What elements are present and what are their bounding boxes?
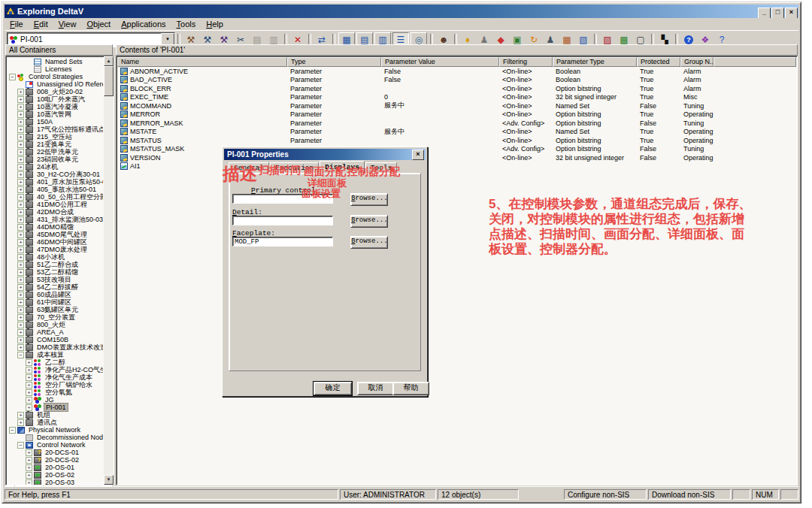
expand-icon[interactable]: + <box>17 149 24 156</box>
expand-icon[interactable]: + <box>17 164 24 171</box>
table-row[interactable]: MSTATUSParameter<On-line>Option bitstrin… <box>117 136 796 145</box>
expand-icon[interactable]: + <box>17 314 24 321</box>
expand-icon[interactable]: + <box>26 367 32 373</box>
expand-icon[interactable]: + <box>17 299 24 306</box>
expand-icon[interactable]: + <box>17 89 24 95</box>
close-button[interactable]: × <box>785 8 798 19</box>
table-row[interactable]: MERRORParameter<On-line>Option bitstring… <box>117 110 796 119</box>
expand-icon[interactable]: + <box>26 449 32 456</box>
expand-icon[interactable]: + <box>17 231 24 238</box>
minimize-button[interactable]: _ <box>758 8 771 19</box>
expand-icon[interactable]: + <box>26 382 32 389</box>
tree-item[interactable]: Decommissioned Nodes <box>8 434 103 441</box>
expand-icon[interactable]: + <box>17 156 24 163</box>
expand-icon[interactable]: + <box>26 464 32 471</box>
tree-vertical-scrollbar[interactable]: ▲ ▼ <box>104 56 114 485</box>
tree-item[interactable]: +20-DCS-01 <box>8 449 103 456</box>
expand-icon[interactable]: + <box>17 277 24 283</box>
expand-icon[interactable]: + <box>26 359 32 366</box>
column-header-name[interactable]: Name <box>117 57 287 67</box>
column-header-protected[interactable]: Protected <box>637 57 680 67</box>
expand-icon[interactable]: + <box>17 224 24 231</box>
cancel-button[interactable]: 取消 <box>357 382 394 395</box>
expand-icon[interactable]: + <box>26 472 32 479</box>
tree-item[interactable]: +20-OS-03 <box>8 479 103 485</box>
expand-icon[interactable]: + <box>17 111 24 118</box>
tree-item[interactable]: Named Sets <box>8 58 103 65</box>
expand-icon[interactable]: + <box>17 126 24 133</box>
menu-edit[interactable]: Edit <box>29 19 53 29</box>
expand-icon[interactable]: + <box>17 201 24 208</box>
collapse-icon[interactable]: − <box>17 352 24 358</box>
detail-browse-button[interactable]: Browse... <box>350 215 388 228</box>
expand-icon[interactable]: + <box>26 374 32 381</box>
tree-item[interactable]: −Physical Network <box>8 426 103 434</box>
menu-applications[interactable]: Applications <box>116 19 171 29</box>
expand-icon[interactable]: + <box>26 389 32 396</box>
column-header-parameter-value[interactable]: Parameter Value <box>381 57 499 67</box>
collapse-icon[interactable]: − <box>9 74 16 80</box>
table-row[interactable]: VERSIONParameter1<On-line>32 bit unsigne… <box>117 153 796 162</box>
primary-browse-button[interactable]: Browse... <box>350 193 388 206</box>
expand-icon[interactable]: + <box>26 479 32 485</box>
expand-icon[interactable]: + <box>17 419 24 426</box>
expand-icon[interactable]: + <box>17 284 24 291</box>
detail-input[interactable] <box>232 216 333 225</box>
menu-help[interactable]: Help <box>201 19 229 29</box>
tree-item[interactable]: +空分氧氮 <box>8 389 103 396</box>
table-row[interactable]: MSTATUS_MASKParameter<Adv. Config>Option… <box>117 145 796 154</box>
expand-icon[interactable]: + <box>17 104 24 110</box>
expand-icon[interactable]: + <box>17 194 24 201</box>
expand-icon[interactable]: + <box>17 239 24 246</box>
expand-icon[interactable]: + <box>17 307 24 313</box>
tree-item[interactable]: +AREA_A <box>8 328 103 336</box>
menu-object[interactable]: Object <box>81 19 116 29</box>
expand-icon[interactable]: + <box>26 404 32 411</box>
menu-file[interactable]: File <box>5 19 29 29</box>
expand-icon[interactable]: + <box>17 322 24 328</box>
tree-item[interactable]: Licenses <box>8 65 103 73</box>
faceplate-browse-button[interactable]: Browse... <box>350 236 388 249</box>
column-header-filtering[interactable]: Filtering <box>499 57 553 67</box>
menu-tools[interactable]: Tools <box>171 19 201 29</box>
tree-item[interactable]: +通讯点 <box>8 419 103 426</box>
tree-item[interactable]: +10蒸汽管网 <box>8 110 103 118</box>
scrollbar-thumb[interactable] <box>104 66 114 96</box>
expand-icon[interactable]: + <box>17 246 24 253</box>
expand-icon[interactable]: + <box>17 329 24 336</box>
expand-icon[interactable]: + <box>17 186 24 193</box>
table-row[interactable]: BLOCK_ERRParameter<On-line>Option bitstr… <box>117 84 796 93</box>
menu-view[interactable]: View <box>53 19 82 29</box>
faceplate-input[interactable] <box>232 237 333 246</box>
expand-icon[interactable]: + <box>17 119 24 125</box>
column-header-type[interactable]: Type <box>287 57 381 67</box>
table-row[interactable]: BAD_ACTIVEParameterFalse<On-line>Boolean… <box>117 76 796 85</box>
expand-icon[interactable]: + <box>17 216 24 223</box>
tree-item[interactable]: −Control Strategies <box>8 73 103 80</box>
help-button[interactable]: 帮助 <box>392 382 429 395</box>
collapse-icon[interactable]: − <box>9 427 16 434</box>
expand-icon[interactable]: + <box>17 292 24 298</box>
column-header-parameter-type[interactable]: Parameter Type <box>553 57 637 67</box>
dialog-close-button[interactable]: × <box>412 150 424 160</box>
expand-icon[interactable]: + <box>26 397 32 404</box>
expand-icon[interactable]: + <box>17 179 24 186</box>
column-header-group-n-[interactable]: Group N... <box>680 57 714 67</box>
expand-icon[interactable]: + <box>26 457 32 464</box>
collapse-icon[interactable]: − <box>17 442 24 449</box>
scroll-up-icon[interactable]: ▲ <box>104 56 114 66</box>
ok-button[interactable]: 确定 <box>314 382 352 395</box>
expand-icon[interactable]: + <box>17 134 24 141</box>
expand-icon[interactable]: + <box>17 262 24 268</box>
expand-icon[interactable]: + <box>17 171 24 178</box>
table-row[interactable]: MCOMMANDParameter服务中<On-line>Named SetFa… <box>117 101 796 110</box>
tree-item[interactable]: +800_火炬 <box>8 321 103 328</box>
expand-icon[interactable]: + <box>17 269 24 276</box>
tree-item[interactable]: +20-OS-01 <box>8 464 103 471</box>
table-row[interactable]: AI1 <box>117 162 796 171</box>
tree-item[interactable]: −Control Network <box>8 441 103 449</box>
expand-icon[interactable]: + <box>17 96 24 103</box>
table-row[interactable]: ABNORM_ACTIVEParameterFalse<On-line>Bool… <box>117 67 796 76</box>
scroll-down-icon[interactable]: ▼ <box>104 475 114 485</box>
tree-item[interactable]: +20-OS-02 <box>8 471 103 479</box>
